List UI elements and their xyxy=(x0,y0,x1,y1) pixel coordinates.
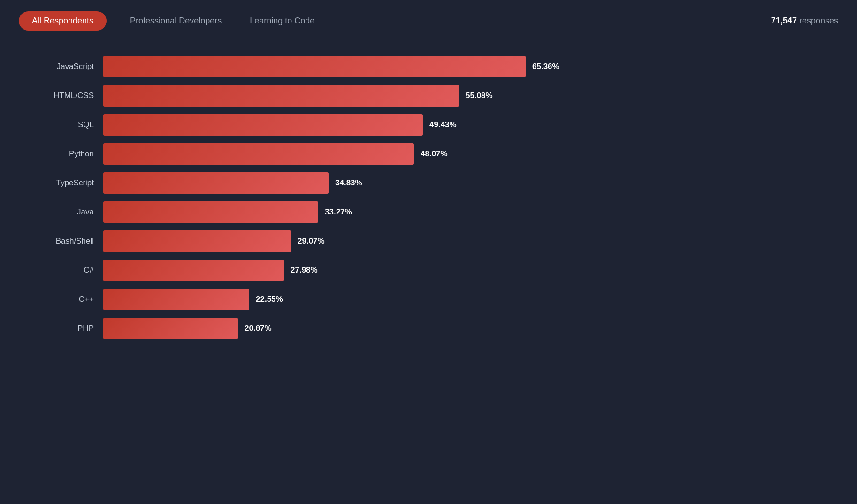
chart-label: JavaScript xyxy=(19,62,103,71)
chart-label: TypeScript xyxy=(19,178,103,188)
chart-bar xyxy=(103,143,414,165)
chart-percent: 33.27% xyxy=(325,207,352,217)
chart-percent: 55.08% xyxy=(466,91,493,100)
tab-professional-developers[interactable]: Professional Developers xyxy=(125,11,226,31)
chart-percent: 65.36% xyxy=(532,62,559,71)
chart-row: Bash/Shell29.07% xyxy=(19,230,838,252)
header: All Respondents Professional Developers … xyxy=(0,0,857,42)
chart-bar xyxy=(103,172,329,194)
responses-number: 71,547 xyxy=(771,16,797,25)
chart-row: C#27.98% xyxy=(19,260,838,281)
chart-bar-wrapper: 55.08% xyxy=(103,85,838,107)
tab-all-respondents[interactable]: All Respondents xyxy=(19,11,107,31)
chart-label: Bash/Shell xyxy=(19,237,103,246)
chart-row: Java33.27% xyxy=(19,201,838,223)
chart-bar-wrapper: 49.43% xyxy=(103,114,838,136)
chart-percent: 49.43% xyxy=(429,120,457,130)
chart-label: HTML/CSS xyxy=(19,91,103,100)
chart-percent: 20.87% xyxy=(245,324,272,333)
chart-bar-wrapper: 65.36% xyxy=(103,56,838,77)
chart-percent: 29.07% xyxy=(298,237,325,246)
chart-bar xyxy=(103,260,284,281)
chart-row: PHP20.87% xyxy=(19,318,838,339)
chart-label: PHP xyxy=(19,324,103,333)
chart-percent: 22.55% xyxy=(256,295,283,304)
chart-bar xyxy=(103,289,249,310)
chart-row: Python48.07% xyxy=(19,143,838,165)
chart-label: C# xyxy=(19,266,103,275)
chart-bar xyxy=(103,56,526,77)
chart-bar xyxy=(103,230,291,252)
chart-label: Java xyxy=(19,207,103,217)
chart-row: SQL49.43% xyxy=(19,114,838,136)
chart-container: JavaScript65.36%HTML/CSS55.08%SQL49.43%P… xyxy=(0,42,857,366)
chart-row: C++22.55% xyxy=(19,289,838,310)
chart-bar xyxy=(103,114,423,136)
chart-bar-wrapper: 29.07% xyxy=(103,230,838,252)
chart-bar-wrapper: 20.87% xyxy=(103,318,838,339)
chart-percent: 34.83% xyxy=(335,178,362,188)
chart-percent: 48.07% xyxy=(421,149,448,159)
chart-percent: 27.98% xyxy=(291,266,318,275)
chart-bar xyxy=(103,85,459,107)
chart-bar xyxy=(103,201,318,223)
responses-count-display: 71,547 responses xyxy=(771,16,838,26)
chart-row: TypeScript34.83% xyxy=(19,172,838,194)
tab-learning-to-code[interactable]: Learning to Code xyxy=(245,11,319,31)
chart-label: SQL xyxy=(19,120,103,130)
responses-label: responses xyxy=(799,16,838,25)
chart-bar-wrapper: 22.55% xyxy=(103,289,838,310)
chart-bar-wrapper: 27.98% xyxy=(103,260,838,281)
chart-row: JavaScript65.36% xyxy=(19,56,838,77)
chart-bar-wrapper: 48.07% xyxy=(103,143,838,165)
chart-label: C++ xyxy=(19,295,103,304)
chart-bar-wrapper: 33.27% xyxy=(103,201,838,223)
chart-row: HTML/CSS55.08% xyxy=(19,85,838,107)
chart-bar-wrapper: 34.83% xyxy=(103,172,838,194)
chart-bar xyxy=(103,318,238,339)
chart-label: Python xyxy=(19,149,103,159)
